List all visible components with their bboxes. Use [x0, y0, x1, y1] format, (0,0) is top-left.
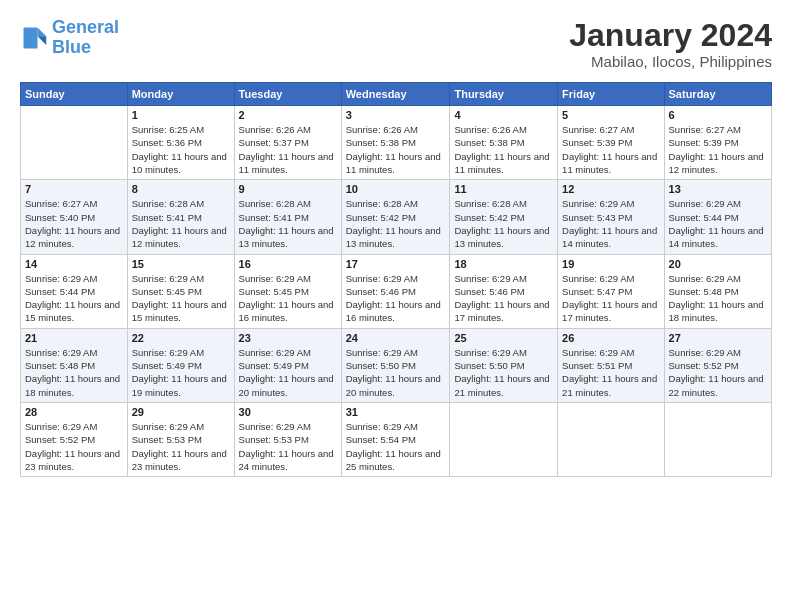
calendar-cell: 16Sunrise: 6:29 AMSunset: 5:45 PMDayligh…	[234, 254, 341, 328]
calendar-cell: 26Sunrise: 6:29 AMSunset: 5:51 PMDayligh…	[558, 328, 664, 402]
day-number: 8	[132, 183, 230, 195]
svg-marker-1	[38, 36, 47, 45]
calendar-cell: 15Sunrise: 6:29 AMSunset: 5:45 PMDayligh…	[127, 254, 234, 328]
title-block: January 2024 Mabilao, Ilocos, Philippine…	[569, 18, 772, 70]
day-info: Sunrise: 6:29 AMSunset: 5:52 PMDaylight:…	[25, 420, 123, 473]
calendar-week-row: 14Sunrise: 6:29 AMSunset: 5:44 PMDayligh…	[21, 254, 772, 328]
logo-blue: Blue	[52, 37, 91, 57]
calendar-cell: 2Sunrise: 6:26 AMSunset: 5:37 PMDaylight…	[234, 106, 341, 180]
day-number: 4	[454, 109, 553, 121]
calendar-cell	[21, 106, 128, 180]
day-info: Sunrise: 6:29 AMSunset: 5:49 PMDaylight:…	[239, 346, 337, 399]
day-number: 7	[25, 183, 123, 195]
calendar-cell: 24Sunrise: 6:29 AMSunset: 5:50 PMDayligh…	[341, 328, 450, 402]
calendar-cell: 23Sunrise: 6:29 AMSunset: 5:49 PMDayligh…	[234, 328, 341, 402]
calendar-week-row: 7Sunrise: 6:27 AMSunset: 5:40 PMDaylight…	[21, 180, 772, 254]
calendar-week-row: 28Sunrise: 6:29 AMSunset: 5:52 PMDayligh…	[21, 402, 772, 476]
day-info: Sunrise: 6:29 AMSunset: 5:51 PMDaylight:…	[562, 346, 659, 399]
day-number: 14	[25, 258, 123, 270]
calendar-cell: 19Sunrise: 6:29 AMSunset: 5:47 PMDayligh…	[558, 254, 664, 328]
calendar-cell: 29Sunrise: 6:29 AMSunset: 5:53 PMDayligh…	[127, 402, 234, 476]
day-info: Sunrise: 6:27 AMSunset: 5:39 PMDaylight:…	[669, 123, 767, 176]
page: General Blue January 2024 Mabilao, Iloco…	[0, 0, 792, 612]
day-number: 23	[239, 332, 337, 344]
weekday-header: Thursday	[450, 83, 558, 106]
logo-text: General Blue	[52, 18, 119, 58]
day-number: 29	[132, 406, 230, 418]
day-number: 22	[132, 332, 230, 344]
day-info: Sunrise: 6:29 AMSunset: 5:44 PMDaylight:…	[669, 197, 767, 250]
day-info: Sunrise: 6:26 AMSunset: 5:38 PMDaylight:…	[346, 123, 446, 176]
calendar-cell: 22Sunrise: 6:29 AMSunset: 5:49 PMDayligh…	[127, 328, 234, 402]
calendar-cell: 8Sunrise: 6:28 AMSunset: 5:41 PMDaylight…	[127, 180, 234, 254]
day-number: 18	[454, 258, 553, 270]
calendar-cell: 4Sunrise: 6:26 AMSunset: 5:38 PMDaylight…	[450, 106, 558, 180]
calendar: SundayMondayTuesdayWednesdayThursdayFrid…	[20, 82, 772, 477]
day-info: Sunrise: 6:27 AMSunset: 5:39 PMDaylight:…	[562, 123, 659, 176]
subtitle: Mabilao, Ilocos, Philippines	[569, 53, 772, 70]
day-info: Sunrise: 6:25 AMSunset: 5:36 PMDaylight:…	[132, 123, 230, 176]
day-info: Sunrise: 6:29 AMSunset: 5:50 PMDaylight:…	[346, 346, 446, 399]
calendar-cell: 11Sunrise: 6:28 AMSunset: 5:42 PMDayligh…	[450, 180, 558, 254]
day-number: 1	[132, 109, 230, 121]
calendar-cell: 10Sunrise: 6:28 AMSunset: 5:42 PMDayligh…	[341, 180, 450, 254]
day-info: Sunrise: 6:28 AMSunset: 5:41 PMDaylight:…	[239, 197, 337, 250]
calendar-cell: 18Sunrise: 6:29 AMSunset: 5:46 PMDayligh…	[450, 254, 558, 328]
day-info: Sunrise: 6:27 AMSunset: 5:40 PMDaylight:…	[25, 197, 123, 250]
weekday-header: Wednesday	[341, 83, 450, 106]
day-info: Sunrise: 6:28 AMSunset: 5:42 PMDaylight:…	[454, 197, 553, 250]
calendar-cell: 3Sunrise: 6:26 AMSunset: 5:38 PMDaylight…	[341, 106, 450, 180]
day-info: Sunrise: 6:29 AMSunset: 5:46 PMDaylight:…	[346, 272, 446, 325]
calendar-cell: 21Sunrise: 6:29 AMSunset: 5:48 PMDayligh…	[21, 328, 128, 402]
calendar-cell: 7Sunrise: 6:27 AMSunset: 5:40 PMDaylight…	[21, 180, 128, 254]
day-number: 27	[669, 332, 767, 344]
day-number: 11	[454, 183, 553, 195]
day-info: Sunrise: 6:29 AMSunset: 5:45 PMDaylight:…	[132, 272, 230, 325]
calendar-cell: 14Sunrise: 6:29 AMSunset: 5:44 PMDayligh…	[21, 254, 128, 328]
day-info: Sunrise: 6:29 AMSunset: 5:45 PMDaylight:…	[239, 272, 337, 325]
calendar-cell: 12Sunrise: 6:29 AMSunset: 5:43 PMDayligh…	[558, 180, 664, 254]
svg-rect-2	[24, 27, 38, 48]
calendar-cell: 31Sunrise: 6:29 AMSunset: 5:54 PMDayligh…	[341, 402, 450, 476]
day-info: Sunrise: 6:28 AMSunset: 5:41 PMDaylight:…	[132, 197, 230, 250]
day-info: Sunrise: 6:26 AMSunset: 5:38 PMDaylight:…	[454, 123, 553, 176]
day-number: 26	[562, 332, 659, 344]
weekday-header: Tuesday	[234, 83, 341, 106]
calendar-cell: 28Sunrise: 6:29 AMSunset: 5:52 PMDayligh…	[21, 402, 128, 476]
day-number: 10	[346, 183, 446, 195]
day-info: Sunrise: 6:29 AMSunset: 5:48 PMDaylight:…	[25, 346, 123, 399]
calendar-cell	[450, 402, 558, 476]
svg-marker-0	[38, 27, 47, 36]
calendar-cell: 1Sunrise: 6:25 AMSunset: 5:36 PMDaylight…	[127, 106, 234, 180]
calendar-cell: 25Sunrise: 6:29 AMSunset: 5:50 PMDayligh…	[450, 328, 558, 402]
day-number: 5	[562, 109, 659, 121]
calendar-week-row: 1Sunrise: 6:25 AMSunset: 5:36 PMDaylight…	[21, 106, 772, 180]
logo-icon	[20, 24, 48, 52]
calendar-cell: 27Sunrise: 6:29 AMSunset: 5:52 PMDayligh…	[664, 328, 771, 402]
day-number: 12	[562, 183, 659, 195]
day-info: Sunrise: 6:29 AMSunset: 5:52 PMDaylight:…	[669, 346, 767, 399]
day-number: 25	[454, 332, 553, 344]
day-info: Sunrise: 6:29 AMSunset: 5:54 PMDaylight:…	[346, 420, 446, 473]
calendar-cell: 17Sunrise: 6:29 AMSunset: 5:46 PMDayligh…	[341, 254, 450, 328]
day-number: 15	[132, 258, 230, 270]
weekday-header: Saturday	[664, 83, 771, 106]
calendar-week-row: 21Sunrise: 6:29 AMSunset: 5:48 PMDayligh…	[21, 328, 772, 402]
weekday-header: Monday	[127, 83, 234, 106]
day-number: 24	[346, 332, 446, 344]
day-info: Sunrise: 6:26 AMSunset: 5:37 PMDaylight:…	[239, 123, 337, 176]
weekday-header: Friday	[558, 83, 664, 106]
calendar-cell: 20Sunrise: 6:29 AMSunset: 5:48 PMDayligh…	[664, 254, 771, 328]
calendar-cell: 5Sunrise: 6:27 AMSunset: 5:39 PMDaylight…	[558, 106, 664, 180]
day-number: 16	[239, 258, 337, 270]
day-number: 9	[239, 183, 337, 195]
day-number: 31	[346, 406, 446, 418]
day-number: 20	[669, 258, 767, 270]
day-info: Sunrise: 6:29 AMSunset: 5:48 PMDaylight:…	[669, 272, 767, 325]
day-info: Sunrise: 6:29 AMSunset: 5:43 PMDaylight:…	[562, 197, 659, 250]
day-info: Sunrise: 6:29 AMSunset: 5:50 PMDaylight:…	[454, 346, 553, 399]
main-title: January 2024	[569, 18, 772, 53]
day-number: 3	[346, 109, 446, 121]
day-number: 17	[346, 258, 446, 270]
day-number: 6	[669, 109, 767, 121]
